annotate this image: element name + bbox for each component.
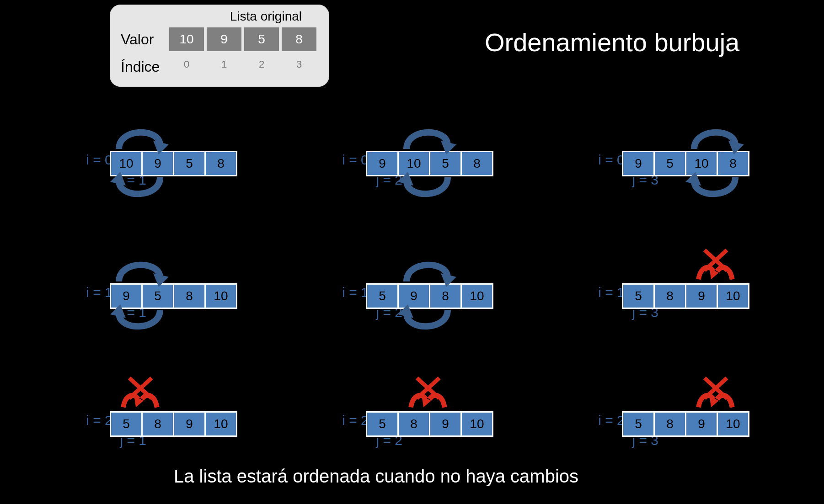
svg-marker-9 — [398, 304, 413, 318]
array: 58910 — [366, 411, 493, 437]
array-cell: 8 — [206, 152, 236, 175]
array: 58910 — [622, 283, 749, 309]
step: i = 0, j = 0j = 110958 — [27, 114, 288, 224]
array: 58910 — [110, 411, 237, 437]
original-list-indices: 0123 — [169, 58, 316, 70]
swap-arrow-top — [107, 253, 171, 285]
swap-arrow-bottom — [683, 174, 747, 206]
array-cell: 9 — [430, 413, 462, 435]
array-cell: 8 — [174, 285, 206, 308]
array-cell: 9 — [367, 152, 399, 175]
header-value-cell: 10 — [169, 27, 204, 51]
array-cell: 8 — [655, 285, 686, 308]
swap-arrow-bottom — [107, 174, 171, 206]
svg-marker-8 — [441, 273, 456, 287]
no-swap-icon — [105, 376, 174, 412]
array-cell: 8 — [462, 152, 492, 175]
swap-arrow-top — [683, 121, 747, 153]
diagram-title: Ordenamiento burbuja — [485, 27, 739, 57]
step: i = 1, j = 2j = 358910 — [540, 247, 800, 356]
array-cell: 5 — [623, 413, 655, 435]
array-cell: 10 — [686, 152, 718, 175]
array: 58910 — [622, 411, 749, 437]
array: 59810 — [366, 283, 493, 309]
array-cell: 5 — [367, 413, 399, 435]
svg-marker-7 — [110, 304, 126, 318]
array-cell: 5 — [655, 152, 686, 175]
original-list-title: Lista original — [230, 9, 302, 24]
array-cell: 9 — [111, 285, 143, 308]
array-cell: 9 — [143, 152, 174, 175]
svg-marker-5 — [685, 172, 701, 186]
step: i = 1, j = 1j = 259810 — [284, 247, 544, 356]
header-index-cell: 2 — [244, 58, 279, 70]
original-list-values: 10958 — [169, 27, 316, 51]
array-cell: 8 — [399, 413, 430, 435]
array-cell: 10 — [399, 152, 430, 175]
no-swap-icon — [393, 376, 461, 412]
svg-marker-1 — [110, 172, 126, 186]
svg-marker-6 — [153, 273, 169, 287]
array-cell: 5 — [143, 285, 174, 308]
label-indice: Índice — [121, 58, 160, 75]
array-cell: 9 — [174, 413, 206, 435]
svg-marker-0 — [153, 141, 169, 154]
header-value-cell: 8 — [282, 27, 316, 51]
array-cell: 9 — [623, 152, 655, 175]
array-cell: 8 — [655, 413, 686, 435]
array-cell: 9 — [399, 285, 430, 308]
step: i = 0, j = 2j = 395108 — [540, 114, 800, 224]
array: 95810 — [110, 283, 237, 309]
array: 95108 — [622, 151, 749, 176]
header-index-cell: 1 — [207, 58, 241, 70]
label-valor: Valor — [121, 31, 154, 48]
header-value-cell: 9 — [207, 27, 241, 51]
array-cell: 10 — [206, 285, 236, 308]
array-cell: 10 — [718, 413, 748, 435]
step: i = 1, j = 0j = 195810 — [27, 247, 288, 356]
swap-arrow-bottom — [107, 306, 171, 338]
svg-marker-2 — [441, 141, 456, 154]
no-swap-icon — [680, 376, 749, 412]
array-cell: 8 — [430, 285, 462, 308]
array-cell: 9 — [686, 413, 718, 435]
swap-arrow-bottom — [395, 174, 459, 206]
header-value-cell: 5 — [244, 27, 279, 51]
array-cell: 5 — [623, 285, 655, 308]
array-cell: 10 — [718, 285, 748, 308]
swap-arrow-top — [395, 121, 459, 153]
svg-marker-3 — [398, 172, 413, 186]
swap-arrow-bottom — [395, 306, 459, 338]
header-index-cell: 0 — [169, 58, 204, 70]
array-cell: 5 — [430, 152, 462, 175]
swap-arrow-top — [395, 253, 459, 285]
array-cell: 5 — [111, 413, 143, 435]
array-cell: 9 — [686, 285, 718, 308]
footer-text: La lista estará ordenada cuando no haya … — [174, 466, 578, 487]
array-cell: 10 — [462, 285, 492, 308]
step: i = 0, j = 1j = 291058 — [284, 114, 544, 224]
array-cell: 10 — [462, 413, 492, 435]
header-index-cell: 3 — [282, 58, 316, 70]
array-cell: 5 — [174, 152, 206, 175]
step: i = 2, j = 2j = 358910 — [540, 375, 800, 484]
array-cell: 8 — [143, 413, 174, 435]
original-list-panel: Lista original Valor Índice 10958 0123 — [110, 5, 329, 87]
array: 10958 — [110, 151, 237, 176]
array-cell: 10 — [206, 413, 236, 435]
array-cell: 10 — [111, 152, 143, 175]
swap-arrow-top — [107, 121, 171, 153]
array-cell: 8 — [718, 152, 748, 175]
svg-marker-4 — [728, 141, 744, 154]
array: 91058 — [366, 151, 493, 176]
no-swap-icon — [680, 248, 749, 284]
array-cell: 5 — [367, 285, 399, 308]
